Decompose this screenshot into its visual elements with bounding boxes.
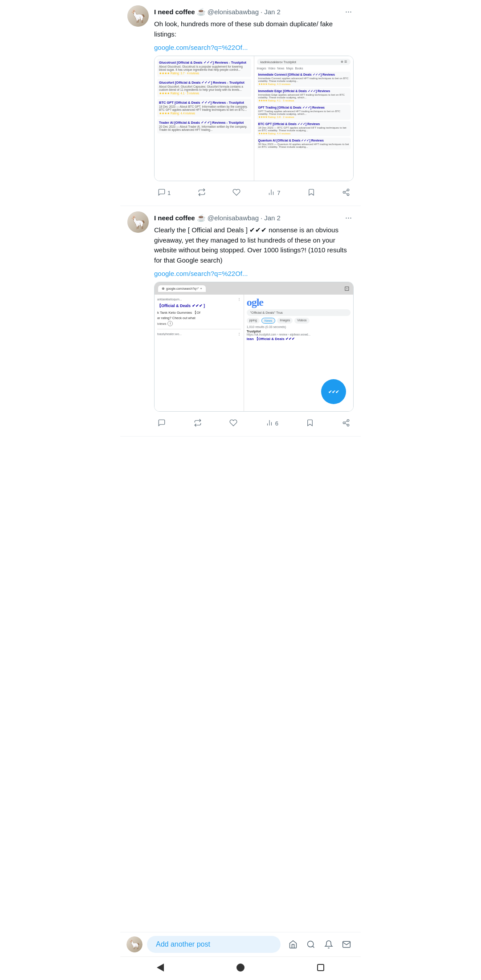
browser-tab-url: google.com/search?q=" [166,287,199,290]
result-left-3-snippet: 18 Dec 2023 — About BTC GPT. Information… [159,105,249,111]
svg-point-5 [347,194,349,196]
browser-tab-close: + [200,287,202,290]
svg-point-4 [343,191,345,194]
reviews-label: iviews [157,322,166,326]
bookmark-icon-1 [307,188,315,198]
bookmark-button-1[interactable] [305,186,318,200]
tab-news[interactable]: News [261,318,276,324]
bookmark-button-2[interactable] [303,416,317,431]
tab-video: Video [268,67,276,70]
result-right-1-snippet: Immediate Connect applies advanced HFT t… [258,77,350,82]
tab-news-r: News [277,67,284,70]
result-left-1-rating: ★★★★ Rating: 3.7 · 4 reviews [159,72,249,75]
like-button-2[interactable] [227,416,240,431]
tab-images-right[interactable]: Images [277,318,293,324]
username-2: @elonisabawbag [208,214,259,222]
tweet-2-link[interactable]: google.com/search?q=%22Of... [154,270,354,277]
retweet-button-2[interactable] [191,416,204,431]
heart-icon-2 [229,419,237,428]
google-logo-partial: ogle [247,296,351,308]
avatar-2: 🦙 [127,211,149,233]
retweet-icon-2 [194,419,202,428]
rating-text: ar rating? Check out what [157,316,241,320]
tweet-2-actions: 6 [154,416,354,431]
browser-tab-icon: ⊕ [162,287,165,291]
avatar-1: 🦙 [127,5,149,27]
views-icon-1 [267,188,275,198]
svg-point-12 [343,422,345,424]
result-title: lean 【Official & Deals ✔✔✔ [247,336,295,341]
page-content: 🦙 I need coffee ☕ @elonisabawbag · Jan 2… [120,0,361,588]
left-site-url-2: toastyheater.wo... [157,332,182,336]
left-more-icon: ⋮ [237,297,241,301]
more-options-2[interactable]: ··· [343,211,354,224]
svg-point-11 [347,420,349,422]
tweet-1-image: Glucotrust [Official & Deals ✓✓✓] Review… [154,56,354,181]
tweet-date-2: Jan 2 [264,214,281,222]
result-source-label: Trustpilot [247,330,351,333]
tab-shopping[interactable]: pping [247,318,260,324]
tweet-2-image: ⊕ google.com/search?q=" + ⊡ arkta [154,282,354,412]
coffee-emoji-2: ☕ [197,214,206,222]
share-icon-2 [342,419,350,428]
result-left-2-rating: ★★★★ Rating: 4.1 · 5 reviews [159,92,249,95]
tab-images: Images [257,67,266,70]
tweet-2-header-left: I need coffee ☕ @elonisabawbag · Jan 2 [154,214,281,222]
views-button-1[interactable]: 7 [265,186,283,200]
tweet-1-link[interactable]: google.com/search?q=%22Of... [154,44,354,51]
svg-point-13 [347,424,349,426]
views-count-2: 6 [275,420,278,427]
result-left-3-name: BTC GPT [Official & Deals ✓✓✓] Reviews -… [159,101,249,105]
google-search-query: "Official & Deals" Trus [250,311,283,315]
reply-button-1[interactable]: 1 [155,186,173,200]
tweet-date-1: Jan 2 [264,8,281,16]
coffee-emoji-1: ☕ [197,8,206,16]
share-button-2[interactable] [339,416,353,431]
share-icon-1 [342,188,350,198]
dot-sep-1: · [261,8,262,16]
tweet-1: 🦙 I need coffee ☕ @elonisabawbag · Jan 2… [120,0,361,206]
result-left-2-name: Glucofort [Official & Deals ✓✓✓] Reviews… [159,81,249,85]
result-left-2-snippet: About Glucofort. Glucofort Capsules: Glu… [159,85,249,91]
tweet-1-header-left: I need coffee ☕ @elonisabawbag · Jan 2 [154,8,281,16]
retweet-icon-1 [198,188,206,198]
result-left-4-snippet: 20 Dec 2023 — About Trader AI. Informati… [159,125,249,131]
reply-button-2[interactable] [155,416,168,431]
svg-line-15 [345,421,347,422]
like-button-1[interactable] [230,186,243,200]
left-more-icon-2: ⋮ [237,332,241,336]
avatar-image-1: 🦙 [127,5,149,27]
views-icon-2 [265,419,273,428]
bottom-spacer [120,437,361,499]
result-left-3-rating: ★★★★ Rating: 4.4 reviews [159,112,249,115]
svg-line-7 [345,190,347,192]
tab-videos-right[interactable]: Videos [294,318,309,324]
circle-badge: ✔✔✔ [321,379,346,404]
result-right-3-rating: ★★★★ Rating: 3.8 · 2 reviews [258,115,350,118]
svg-line-14 [345,423,347,425]
left-site-url-1: arktankketogum... [157,298,182,301]
reply-icon-1 [158,188,166,198]
result-right-2-rating: ★★★★ Rating: 4.1 · 5 reviews [258,99,350,102]
tweet-2-header: I need coffee ☕ @elonisabawbag · Jan 2 ·… [154,211,354,224]
tweet-1-text: Oh look, hundreds more of these sub doma… [154,19,354,39]
result-right-4-rating: ★★★★ Rating: 4.4 reviews [258,132,350,135]
tweet-2-body: I need coffee ☕ @elonisabawbag · Jan 2 ·… [154,211,354,431]
share-button-1[interactable] [339,186,353,200]
results-count: 1,010 results (0.33 seconds) [247,325,351,328]
more-options-1[interactable]: ··· [343,5,354,18]
views-count-1: 7 [277,190,280,196]
result-right-2-name: Immediate Edge [Official & Deals ✓✓✓] Re… [258,89,350,93]
dot-sep-2: · [261,214,262,222]
result-left-1-snippet: About Glucotrust. Glucotrust is a popula… [159,65,249,71]
info-icon: ℹ [167,321,173,326]
retweet-button-1[interactable] [195,186,208,200]
result-right-5-snippet: 30 Nov 2023 — Quantum AI applies advance… [258,143,350,148]
result-right-5-name: Quantum AI [Official & Deals ✓✓✓] Review… [258,139,350,142]
views-button-2[interactable]: 6 [263,416,281,431]
tweet-2: 🦙 I need coffee ☕ @elonisabawbag · Jan 2… [120,206,361,437]
reply-count-1: 1 [167,190,171,196]
official-deals-label: 【Official & Deals ✔✔✔ ] [157,303,241,309]
browser-control: ⊡ [344,285,350,292]
result-right-3-name: GPT Trading [Official & Deals ✓✓✓] Revie… [258,106,350,109]
